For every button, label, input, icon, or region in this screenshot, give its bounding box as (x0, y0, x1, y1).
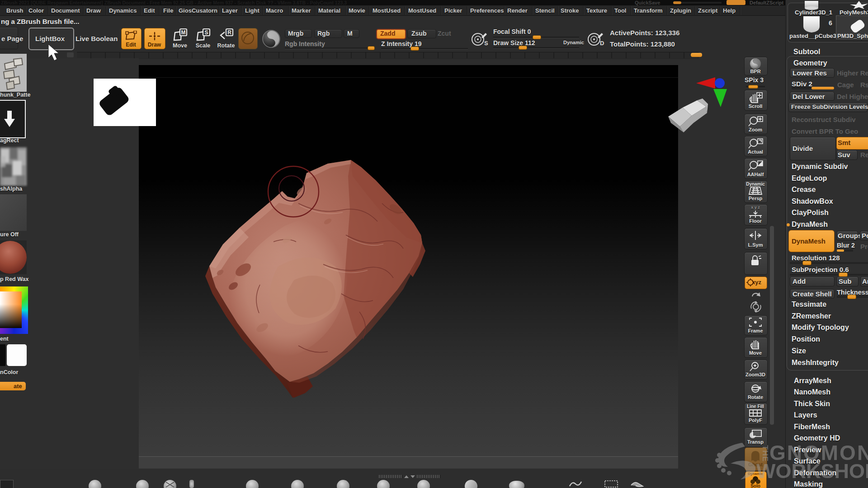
svg-text:S: S (204, 29, 208, 36)
svg-text:D: D (600, 40, 604, 47)
svg-text:S: S (484, 40, 488, 47)
svg-text:M: M (181, 29, 186, 36)
svg-text:R: R (227, 29, 231, 36)
